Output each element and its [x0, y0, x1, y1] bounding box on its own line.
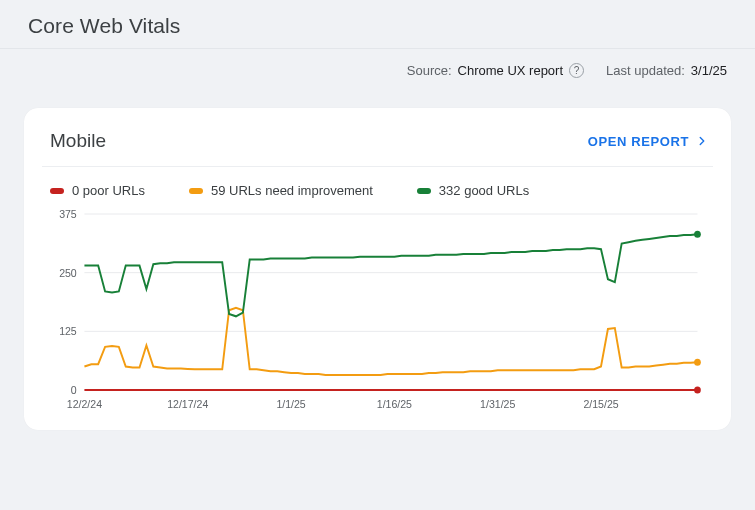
meta-row: Source: Chrome UX report ? Last updated:…	[0, 49, 755, 90]
source-value: Chrome UX report	[458, 63, 563, 78]
chevron-right-icon	[695, 134, 709, 148]
legend-poor: 0 poor URLs	[50, 183, 145, 198]
source-meta: Source: Chrome UX report ?	[407, 63, 584, 78]
svg-text:250: 250	[59, 266, 77, 278]
legend-ni-label: 59 URLs need improvement	[211, 183, 373, 198]
source-label: Source:	[407, 63, 452, 78]
updated-meta: Last updated: 3/1/25	[606, 63, 727, 78]
updated-value: 3/1/25	[691, 63, 727, 78]
svg-point-8	[694, 387, 701, 394]
legend-good-label: 332 good URLs	[439, 183, 529, 198]
svg-text:1/16/25: 1/16/25	[377, 398, 412, 410]
page-title: Core Web Vitals	[28, 14, 727, 38]
chart: 012525037512/2/2412/17/241/1/251/16/251/…	[46, 206, 709, 414]
legend-good: 332 good URLs	[417, 183, 529, 198]
updated-label: Last updated:	[606, 63, 685, 78]
card-title: Mobile	[50, 130, 106, 152]
swatch-ni-icon	[189, 188, 203, 194]
svg-text:2/15/25: 2/15/25	[583, 398, 618, 410]
open-report-button[interactable]: OPEN REPORT	[588, 134, 709, 149]
svg-text:1/1/25: 1/1/25	[276, 398, 305, 410]
svg-text:375: 375	[59, 208, 77, 220]
swatch-good-icon	[417, 188, 431, 194]
svg-point-9	[694, 359, 701, 366]
svg-point-10	[694, 231, 701, 238]
svg-text:0: 0	[71, 384, 77, 396]
swatch-poor-icon	[50, 188, 64, 194]
open-report-label: OPEN REPORT	[588, 134, 689, 149]
svg-text:1/31/25: 1/31/25	[480, 398, 515, 410]
legend: 0 poor URLs 59 URLs need improvement 332…	[42, 167, 713, 202]
legend-poor-label: 0 poor URLs	[72, 183, 145, 198]
mobile-card: Mobile OPEN REPORT 0 poor URLs 59 URLs n…	[24, 108, 731, 430]
legend-needs-improvement: 59 URLs need improvement	[189, 183, 373, 198]
svg-text:12/17/24: 12/17/24	[167, 398, 208, 410]
svg-text:125: 125	[59, 325, 77, 337]
svg-text:12/2/24: 12/2/24	[67, 398, 102, 410]
help-icon[interactable]: ?	[569, 63, 584, 78]
